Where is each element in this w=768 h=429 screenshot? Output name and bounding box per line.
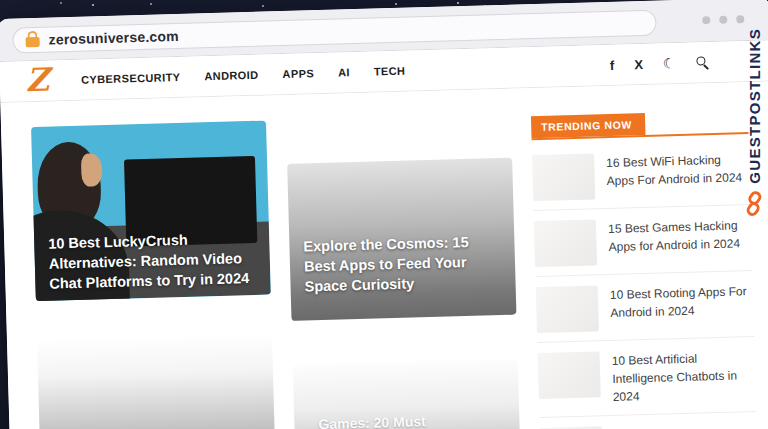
article-card-gradient[interactable] <box>37 332 276 429</box>
article-card-cosmos[interactable]: Explore the Cosmos: 15 Best Apps to Feed… <box>287 158 516 321</box>
nav-item-android[interactable]: ANDROID <box>204 69 258 83</box>
main-navigation: CYBERSECURITY ANDROID APPS AI TECH <box>81 65 406 86</box>
facebook-icon[interactable]: f <box>610 57 615 72</box>
nav-item-cybersecurity[interactable]: CYBERSECURITY <box>81 71 181 86</box>
article-title-partial: Games: 20 Must <box>318 413 426 429</box>
site-logo[interactable]: Z <box>25 63 49 96</box>
article-thumbnail <box>534 219 597 267</box>
trending-header: TRENDING NOW <box>531 110 749 140</box>
trending-item-title: 10 Best Artificial Intelligence (AI) Too… <box>614 422 758 429</box>
lock-icon <box>26 37 40 47</box>
trending-item-title: 10 Best Artificial Intelligence Chatbots… <box>612 347 756 406</box>
articles-column-right: Explore the Cosmos: 15 Best Apps to Feed… <box>287 158 522 429</box>
article-card-games[interactable]: Games: 20 Must <box>293 359 522 429</box>
browser-window: zerosuniverse.com Z CYBERSECURITY ANDROI… <box>0 0 768 429</box>
nav-item-tech[interactable]: TECH <box>374 65 406 78</box>
article-thumbnail <box>538 351 601 399</box>
chain-link-icon <box>742 191 766 221</box>
trending-item[interactable]: 10 Best Artificial Intelligence Chatbots… <box>537 337 756 418</box>
article-thumbnail <box>532 153 595 201</box>
starfield-background <box>0 0 2 2</box>
watermark-text: GUESTPOSTLINKS <box>746 28 763 184</box>
articles-column-left: 10 Best LuckyCrush Alternatives: Random … <box>31 121 276 429</box>
window-control-dot[interactable] <box>702 16 710 24</box>
window-control-dot[interactable] <box>719 16 727 24</box>
window-controls <box>702 15 744 24</box>
nav-item-ai[interactable]: AI <box>338 66 350 78</box>
trending-now-button[interactable]: TRENDING NOW <box>531 113 645 138</box>
article-card-luckycrush[interactable]: 10 Best LuckyCrush Alternatives: Random … <box>31 121 271 301</box>
header-icons: f X ☾ <box>610 54 710 73</box>
url-text[interactable]: zerosuniverse.com <box>48 28 179 48</box>
trending-item[interactable]: 15 Best Games Hacking Apps for Android i… <box>534 205 753 277</box>
dark-mode-icon[interactable]: ☾ <box>663 55 676 71</box>
trending-item[interactable]: 10 Best Rooting Apps For Android in 2024 <box>535 271 754 343</box>
trending-list: 16 Best WiFi Hacking Apps For Android in… <box>532 139 759 429</box>
article-thumbnail <box>536 285 599 333</box>
search-icon[interactable] <box>695 55 709 69</box>
trending-item-title: 15 Best Games Hacking Apps for Android i… <box>608 215 752 256</box>
trending-sidebar: TRENDING NOW 16 Best WiFi Hacking Apps F… <box>531 110 758 429</box>
trending-item-title: 10 Best Rooting Apps For Android in 2024 <box>610 281 754 322</box>
article-title: 10 Best LuckyCrush Alternatives: Random … <box>48 228 263 294</box>
trending-item-title: 16 Best WiFi Hacking Apps For Android in… <box>606 149 750 190</box>
article-title: Explore the Cosmos: 15 Best Apps to Feed… <box>303 232 482 297</box>
trending-item[interactable]: 16 Best WiFi Hacking Apps For Android in… <box>532 139 751 211</box>
window-control-dot[interactable] <box>736 15 744 23</box>
guestpostlinks-watermark: GUESTPOSTLINKS <box>742 28 766 221</box>
nav-item-apps[interactable]: APPS <box>282 67 314 80</box>
x-twitter-icon[interactable]: X <box>634 57 643 72</box>
page-content: 10 Best LuckyCrush Alternatives: Random … <box>0 81 768 429</box>
